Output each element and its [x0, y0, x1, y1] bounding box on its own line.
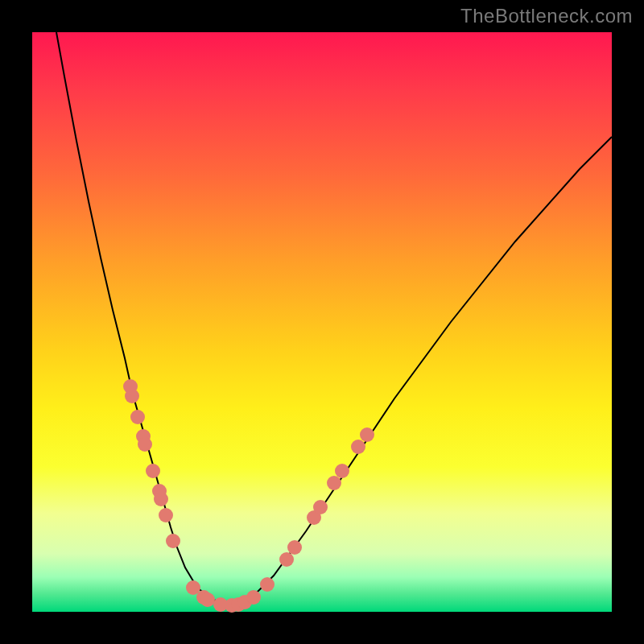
data-point	[154, 492, 168, 506]
chart-frame: TheBottleneck.com	[0, 0, 644, 644]
data-point	[335, 464, 349, 478]
chart-svg	[32, 32, 612, 612]
watermark-text: TheBottleneck.com	[460, 5, 633, 27]
data-point	[166, 534, 180, 548]
data-point	[146, 464, 160, 478]
data-point	[351, 440, 365, 454]
data-point	[260, 577, 275, 592]
bottleneck-curve	[56, 32, 612, 605]
data-point	[138, 437, 152, 452]
data-point	[313, 500, 328, 514]
data-point	[287, 540, 302, 555]
scatter-dots	[123, 379, 374, 613]
data-point	[279, 552, 294, 567]
data-point	[246, 590, 261, 605]
data-point	[130, 410, 145, 424]
plot-area	[32, 32, 612, 612]
data-point	[327, 476, 341, 490]
data-point	[159, 508, 173, 522]
data-point	[200, 592, 215, 607]
data-point	[360, 427, 374, 442]
data-point	[125, 389, 139, 403]
